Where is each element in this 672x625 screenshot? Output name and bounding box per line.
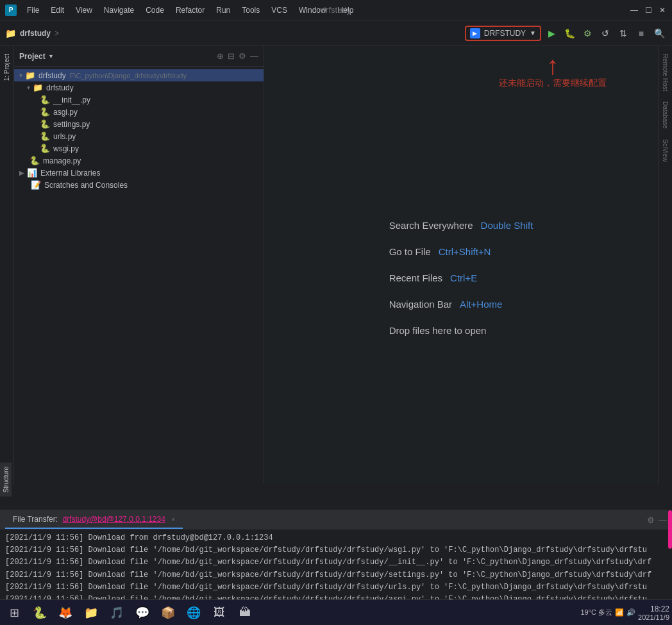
shortcut-key-recent: Ctrl+E [450, 272, 477, 283]
project-name[interactable]: drfstudy [20, 29, 51, 38]
log-line-2: [2021/11/9 11:56] Download file '/home/b… [5, 556, 667, 569]
run-config-dropdown-icon[interactable]: ▼ [530, 29, 536, 37]
taskbar-chat-app[interactable]: 💬 [131, 603, 154, 623]
taskbar-network-icon: 📶 [615, 608, 624, 617]
minimize-panel-button[interactable]: — [250, 51, 258, 61]
run-config-box[interactable]: ▶ DRFSTUDY ▼ [465, 26, 541, 41]
menu-vcs[interactable]: VCS [266, 3, 292, 17]
wsgi-file-name: wsgi.py [53, 144, 79, 153]
taskbar-globe-app[interactable]: 🌐 [182, 603, 205, 623]
menu-refactor[interactable]: Refactor [171, 3, 210, 17]
tree-item-settings[interactable]: 🐍 settings.py [14, 118, 264, 130]
project-folder-icon: 📁 [5, 28, 16, 38]
file-tree: ▾ 📁 drfstudy F\C_python\Django_drfstudy\… [14, 67, 264, 484]
taskbar-start-button[interactable]: ⊞ [3, 603, 26, 623]
caret-icon: ▾ [19, 72, 22, 79]
taskbar-music-app[interactable]: 🎵 [105, 603, 128, 623]
shortcuts-panel: Search Everywhere Double Shift Go to Fil… [389, 220, 533, 336]
settings-icon[interactable]: ⚙ [647, 515, 655, 525]
menu-run[interactable]: Run [211, 3, 235, 17]
project-tab[interactable]: 1: Project [2, 49, 12, 86]
bottom-tabs-right: ⚙ — [647, 515, 667, 525]
tree-item-asgi[interactable]: 🐍 asgi.py [14, 106, 264, 118]
taskbar-browser-app[interactable]: 🦊 [54, 603, 77, 623]
shortcut-label-search: Search Everywhere [389, 220, 473, 231]
debug-button[interactable]: 🐛 [562, 26, 577, 41]
panel-title: Project [19, 52, 46, 61]
tree-item-root[interactable]: ▾ 📁 drfstudy F\C_python\Django_drfstudy\… [14, 69, 264, 81]
menu-file[interactable]: File [22, 3, 44, 17]
add-module-button[interactable]: ⊕ [217, 51, 224, 61]
bottom-tabs-left: File Transfer: drfstudy@bd@127.0.0.1:123… [5, 511, 183, 529]
reload-button[interactable]: ⇅ [616, 26, 631, 41]
file-transfer-tab[interactable]: File Transfer: drfstudy@bd@127.0.0.1:123… [5, 511, 183, 529]
profile-button[interactable]: ↺ [598, 26, 613, 41]
pink-scrollbar-thumb [668, 510, 672, 549]
shortcut-label-recent: Recent Files [389, 272, 442, 283]
py-icon: 🐍 [40, 119, 50, 129]
file-transfer-session: drfstudy@bd@127.0.0.1:1234 [62, 515, 165, 524]
tree-item-wsgi[interactable]: 🐍 wsgi.py [14, 142, 264, 154]
menu-edit[interactable]: Edit [46, 3, 69, 17]
tree-item-init[interactable]: 🐍 __init__.py [14, 94, 264, 106]
shortcut-nav-bar: Navigation Bar Alt+Home [389, 299, 533, 310]
layout-button[interactable]: ⊟ [228, 51, 235, 61]
shortcut-key-search: Double Shift [481, 220, 533, 231]
title-bar-controls: — ☐ ✕ [630, 6, 667, 15]
tab-close-button[interactable]: × [171, 516, 175, 523]
app-icon: P [5, 4, 17, 16]
settings-button[interactable]: ⚙ [239, 51, 246, 61]
taskbar-image-app[interactable]: 🖼 [208, 603, 231, 623]
caret-icon: ▾ [27, 84, 30, 91]
folder-icon: 📁 [25, 71, 35, 80]
tree-item-drfstudy-sub[interactable]: ▾ 📁 drfstudy [14, 81, 264, 94]
tree-item-manage[interactable]: 🐍 manage.py [14, 154, 264, 167]
tree-item-scratches[interactable]: 📝 Scratches and Consoles [14, 179, 264, 191]
panel-caret-icon[interactable]: ▾ [49, 53, 53, 60]
coverage-button[interactable]: ⚙ [580, 26, 595, 41]
taskbar-python-app[interactable]: 🐍 [28, 603, 51, 623]
database-tab[interactable]: Database [660, 96, 670, 134]
menu-view[interactable]: View [71, 3, 97, 17]
editor-area: ↑ 还未能启动，需要继续配置 Search Everywhere Double … [264, 46, 658, 484]
run-config-name: DRFSTUDY [484, 29, 526, 38]
run-config-icon: ▶ [470, 28, 480, 38]
annotation-arrow-icon: ↑ [546, 53, 559, 78]
minimize-button[interactable]: — [630, 6, 639, 15]
scratch-icon: 📝 [31, 180, 41, 190]
settings-file-name: settings.py [53, 120, 90, 129]
stop-button[interactable]: ■ [634, 26, 649, 41]
menu-navigate[interactable]: Navigate [99, 3, 139, 17]
search-button[interactable]: 🔍 [651, 26, 667, 41]
shortcut-go-to-file: Go to File Ctrl+Shift+N [389, 246, 533, 257]
sciview-tab[interactable]: SciView [660, 134, 670, 167]
menu-tools[interactable]: Tools [237, 3, 265, 17]
sidebar-header: Project ▾ ⊕ ⊟ ⚙ — [14, 46, 264, 67]
taskbar-mountain-app[interactable]: 🏔 [233, 603, 256, 623]
root-folder-name: drfstudy [38, 71, 66, 80]
toolbar-right: ▶ DRFSTUDY ▼ ▶ 🐛 ⚙ ↺ ⇅ ■ 🔍 [465, 26, 667, 41]
tree-item-ext-libs[interactable]: ▶ 📊 External Libraries [14, 167, 264, 179]
tree-item-urls[interactable]: 🐍 urls.py [14, 130, 264, 142]
minimize-icon[interactable]: — [659, 515, 667, 525]
annotation: ↑ 还未能启动，需要继续配置 [499, 53, 607, 89]
ext-lib-icon: 📊 [27, 168, 37, 178]
menu-code[interactable]: Code [140, 3, 169, 17]
ext-libs-name: External Libraries [40, 169, 100, 178]
toolbar-left: 📁 drfstudy > [5, 28, 59, 38]
close-button[interactable]: ✕ [658, 6, 667, 15]
sidebar-header-right: ⊕ ⊟ ⚙ — [217, 51, 258, 61]
remote-host-tab[interactable]: Remote Host [660, 49, 670, 96]
log-line-1: [2021/11/9 11:56] Download file '/home/b… [5, 544, 667, 556]
structure-tab[interactable]: Structure [0, 463, 12, 497]
taskbar-right: 19°C 多云 📶 🔊 18:22 2021/11/9 [580, 604, 669, 621]
asgi-file-name: asgi.py [53, 108, 78, 117]
py-icon: 🐍 [40, 131, 50, 141]
breadcrumb-sep: > [55, 29, 59, 38]
taskbar-explorer-app[interactable]: 📁 [80, 603, 103, 623]
sys-clock: 18:22 2021/11/9 [638, 604, 669, 621]
run-button[interactable]: ▶ [544, 26, 559, 41]
maximize-button[interactable]: ☐ [644, 6, 653, 15]
urls-file-name: urls.py [53, 132, 76, 141]
taskbar-package-app[interactable]: 📦 [156, 603, 180, 623]
